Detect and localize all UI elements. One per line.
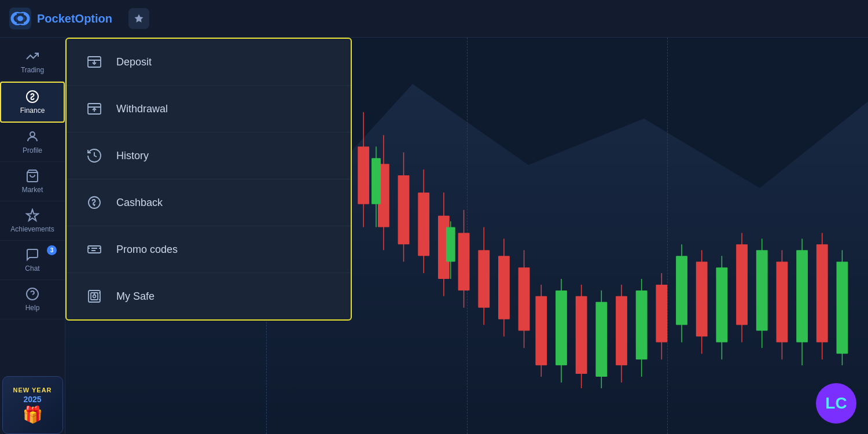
svg-rect-64 [576,296,587,373]
svg-rect-34 [518,267,530,330]
sidebar-item-achievements[interactable]: Achievements [0,201,65,241]
sidebar-item-finance-label: Finance [20,106,45,115]
sidebar: Trading Finance Profile Market Achieveme… [0,38,65,434]
sidebar-item-market-label: Market [22,186,43,194]
svg-rect-29 [418,192,429,255]
svg-rect-68 [616,296,627,365]
svg-rect-66 [595,301,607,376]
new-year-year: 2025 [23,395,41,404]
promo-icon [84,239,105,260]
sidebar-item-help[interactable]: Help [0,280,65,319]
svg-rect-70 [636,290,648,359]
svg-rect-62 [556,290,567,365]
finance-menu-history[interactable]: History [67,133,351,179]
new-year-banner[interactable]: NEW YEAR 2025 🎁 [2,376,63,434]
svg-rect-42 [676,256,687,325]
svg-rect-13 [89,290,100,302]
logo-text: PocketOption [37,12,112,25]
bot-label: LC [825,394,847,413]
svg-rect-60 [535,296,547,365]
svg-rect-33 [498,256,510,319]
header: PocketOption [0,0,868,38]
svg-rect-48 [736,244,748,325]
new-year-label: NEW YEAR [13,387,52,393]
sidebar-item-market[interactable]: Market [0,162,65,201]
finance-menu-my-safe[interactable]: My Safe [67,273,351,319]
svg-rect-54 [796,250,808,342]
history-icon [84,145,105,166]
finance-menu: Deposit Withdrawal History [65,38,352,321]
sidebar-item-chat[interactable]: 3 Chat [0,241,65,280]
svg-rect-38 [446,227,455,262]
withdrawal-icon [84,98,105,119]
history-label: History [116,150,149,162]
svg-rect-36 [372,158,381,204]
chat-badge: 3 [47,245,57,255]
svg-rect-12 [88,246,101,253]
sidebar-item-achievements-label: Achievements [10,225,54,233]
svg-rect-46 [716,267,727,342]
sidebar-item-profile[interactable]: Profile [0,123,65,162]
finance-menu-cashback[interactable]: Cashback [67,179,351,226]
svg-rect-58 [837,262,848,354]
safe-icon [84,286,105,307]
svg-point-15 [93,295,96,298]
svg-rect-31 [458,233,470,290]
promo-codes-label: Promo codes [116,244,178,256]
svg-rect-52 [776,262,788,342]
gift-icon: 🎁 [23,405,43,424]
logo-area: PocketOption [9,8,149,30]
svg-rect-44 [696,262,708,336]
sidebar-item-help-label: Help [25,304,40,312]
logo-icon [9,8,31,30]
sidebar-item-finance[interactable]: Finance [0,82,65,123]
svg-rect-56 [816,244,828,342]
svg-point-5 [30,132,35,137]
finance-menu-promo-codes[interactable]: Promo codes [67,226,351,273]
svg-rect-50 [756,250,768,330]
my-safe-label: My Safe [116,290,155,303]
deposit-icon [84,52,105,72]
deposit-label: Deposit [116,56,152,68]
cashback-label: Cashback [116,197,163,209]
svg-rect-40 [656,284,667,341]
svg-rect-26 [358,146,369,204]
withdrawal-label: Withdrawal [116,103,168,115]
finance-menu-withdrawal[interactable]: Withdrawal [67,86,351,133]
svg-rect-32 [478,250,490,307]
finance-menu-deposit[interactable]: Deposit [67,39,351,86]
sidebar-item-chat-label: Chat [25,264,39,273]
sidebar-item-profile-label: Profile [23,146,42,155]
cashback-icon [84,192,105,213]
svg-rect-28 [398,175,410,244]
sidebar-item-trading[interactable]: Trading [0,42,65,82]
sidebar-item-trading-label: Trading [21,66,44,74]
bot-avatar[interactable]: LC [816,383,856,424]
favorite-button[interactable] [128,8,149,29]
